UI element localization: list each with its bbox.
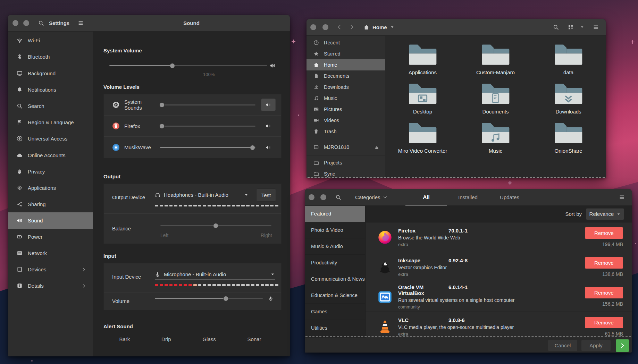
slider-handle[interactable] [170,63,175,68]
input-device-select[interactable]: Microphone - Built-in Audio [155,269,275,280]
sidebar-item-search[interactable]: Search [8,98,93,114]
places-item-trash[interactable]: Trash [307,126,385,137]
sidebar-item-applications[interactable]: Applications [8,180,93,196]
tab-installed[interactable]: Installed [447,189,489,205]
remove-button[interactable]: Remove [585,317,623,328]
category-games[interactable]: Games [305,304,365,320]
category-utilities[interactable]: Utilities [305,320,365,336]
slider-track [160,126,255,127]
folder-music[interactable]: Music [460,122,531,161]
window-button[interactable] [309,194,314,200]
tab-updates[interactable]: Updates [489,189,530,205]
places-item-documents[interactable]: Documents [307,70,385,82]
volume-slider-firefox[interactable] [160,123,255,129]
places-item-sync[interactable]: Sync [307,168,385,178]
places-item-downloads[interactable]: Downloads [307,82,385,93]
volume-slider-system-sounds[interactable] [160,102,255,108]
alert-sound-option-sonar[interactable]: Sonar [245,335,264,344]
input-volume-slider[interactable] [155,296,263,301]
folder-miro-video-converter[interactable]: Miro Video Converter [387,122,458,161]
folder-desktop[interactable]: Desktop [387,83,458,121]
sidebar-item-wi-fi[interactable]: Wi-Fi [8,32,93,49]
places-item-starred[interactable]: Starred [307,48,385,59]
sidebar-item-universal-access[interactable]: Universal Access [8,130,93,147]
alert-sound-option-glass[interactable]: Glass [200,335,218,344]
places-item-music[interactable]: Music [307,93,385,104]
search-icon[interactable] [38,20,44,26]
window-button[interactable] [12,20,18,26]
slider-handle[interactable] [250,145,255,150]
folder-name: Downloads [555,109,581,115]
slider-handle[interactable] [159,124,165,129]
folder-downloads[interactable]: Downloads [533,83,604,121]
section-input: Input [103,253,282,259]
system-volume-slider[interactable]: 100% [109,63,267,68]
cancel-button[interactable]: Cancel [548,340,578,351]
alert-sound-option-bark[interactable]: Bark [116,335,133,344]
search-icon[interactable] [553,24,559,30]
window-button[interactable] [310,24,316,30]
places-item-projects[interactable]: Projects [307,157,385,168]
sidebar-item-sound[interactable]: Sound [8,212,93,229]
category-communication-news[interactable]: Communication & News [305,271,365,287]
category-photo-video[interactable]: Photo & Video [305,222,365,238]
input-level-meter [155,284,278,286]
category-productivity[interactable]: Productivity [305,255,365,271]
folder-applications[interactable]: Applications [387,43,458,82]
sidebar-item-label: Wi-Fi [28,37,40,43]
sidebar-item-devices[interactable]: Devices [8,261,93,278]
sidebar-item-background[interactable]: Background [8,65,93,82]
categories-dropdown[interactable]: Categories [355,194,387,200]
forward-icon[interactable] [349,24,354,30]
output-device-select[interactable]: Headphones - Built-in Audio [155,190,249,200]
remove-button[interactable]: Remove [585,257,623,269]
sidebar-item-online-accounts[interactable]: Online Accounts [8,147,93,163]
folder-documents[interactable]: Documents [460,83,531,121]
mute-button[interactable] [261,99,276,111]
folder-onionshare[interactable]: OnionShare [533,122,604,161]
category-education-science[interactable]: Education & Science [305,287,365,304]
details-arrow-button[interactable] [616,339,629,352]
sort-dropdown[interactable]: Relevance [586,208,624,220]
package-repo: extra [398,272,547,277]
slider-handle[interactable] [223,296,228,301]
sidebar-item-power[interactable]: Power [8,229,93,245]
remove-button[interactable]: Remove [585,287,623,298]
folder-data[interactable]: data [533,43,604,82]
view-options-icon[interactable] [568,24,574,30]
places-item-recent[interactable]: Recent [307,37,385,48]
sidebar-item-region-language[interactable]: Region & Language [8,114,93,130]
menu-icon[interactable] [593,24,599,30]
folder-custom-manjaro[interactable]: Custom-Manjaro [460,43,531,82]
volume-slider-musikwave[interactable] [160,145,255,150]
window-button[interactable] [23,20,29,26]
sidebar-item-privacy[interactable]: Privacy [8,163,93,180]
sidebar-item-network[interactable]: Network [8,245,93,261]
places-item-videos[interactable]: Videos [307,115,385,126]
sidebar-item-notifications[interactable]: Notifications [8,82,93,98]
category-featured[interactable]: Featured [305,206,365,222]
balance-slider[interactable] [160,223,271,228]
breadcrumb[interactable]: Home [363,24,394,30]
menu-icon[interactable] [78,20,84,26]
sidebar-item-bluetooth[interactable]: Bluetooth [8,49,93,65]
places-item-home[interactable]: Home [307,59,385,70]
apply-button[interactable]: Apply [581,340,611,351]
slider-handle[interactable] [213,223,218,228]
search-icon[interactable] [335,194,341,200]
category-music-audio[interactable]: Music & Audio [305,238,365,255]
sidebar-item-details[interactable]: Details [8,278,93,294]
caret-down-icon[interactable] [580,25,584,29]
alert-sound-option-drip[interactable]: Drip [159,335,174,344]
back-icon[interactable] [337,24,342,30]
slider-handle[interactable] [159,102,165,108]
test-speakers-button[interactable]: Test [256,188,276,202]
menu-icon[interactable] [619,194,625,200]
tab-all[interactable]: All [405,189,447,205]
sidebar-item-sharing[interactable]: Sharing [8,196,93,212]
places-item-mjro1810[interactable]: MJRO1810 [307,141,385,153]
window-button[interactable] [320,194,326,200]
window-button[interactable] [322,24,328,30]
places-item-pictures[interactable]: Pictures [307,104,385,115]
remove-button[interactable]: Remove [585,227,623,239]
